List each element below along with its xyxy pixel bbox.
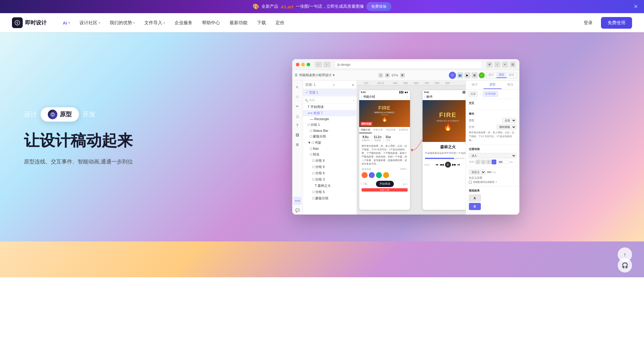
nav-item-import[interactable]: 文件导入 ▾: [140, 18, 169, 28]
layer-item-group1[interactable]: □ 分组 1: [303, 122, 357, 128]
back-icon[interactable]: ‹: [361, 95, 362, 99]
nav-item-advantages[interactable]: 我们的优势 ▾: [105, 18, 139, 28]
nav-item-ai[interactable]: Ai ▾: [59, 18, 74, 28]
layer-item-status-bar[interactable]: □ Status Bar: [303, 128, 357, 133]
grid-icon[interactable]: ⊞: [472, 72, 478, 78]
comment-tool[interactable]: 💬: [293, 206, 302, 215]
users-icon[interactable]: 👥: [457, 72, 463, 78]
cursor-tool[interactable]: ↖: [293, 83, 302, 91]
plus-icon[interactable]: +: [502, 62, 508, 68]
hamburger-icon[interactable]: ☰: [295, 73, 298, 77]
url-bar[interactable]: jk.design: [335, 61, 482, 68]
design-tab[interactable]: 设计: [466, 81, 484, 89]
banner-close-button[interactable]: ✕: [634, 3, 638, 10]
dir-up[interactable]: ↑: [486, 160, 491, 164]
tab-works[interactable]: 作品书库: [385, 127, 397, 133]
transition-type-select[interactable]: 淡入: [469, 153, 516, 158]
tab-reviews[interactable]: 全部评论: [397, 127, 410, 133]
nav-forward-button[interactable]: ›: [323, 62, 331, 68]
start-reading-button[interactable]: 开始阅读: [376, 181, 394, 187]
headphone-button[interactable]: 🎧: [618, 258, 632, 273]
layer-item-mask-group1[interactable]: □ 蒙版分组: [303, 133, 357, 140]
click-trigger[interactable]: 点击: [468, 91, 478, 97]
nav-back-button[interactable]: ‹: [315, 62, 322, 68]
layer-item-forest-fire[interactable]: T 森林之火: [303, 183, 357, 189]
layer-item-bookshelf[interactable]: ▼ □ 书架: [303, 140, 357, 146]
layer-item-nav[interactable]: □ Nav: [303, 146, 357, 151]
minimize-dot[interactable]: [301, 63, 305, 66]
user-avatar[interactable]: U: [449, 72, 456, 79]
layer-item-group5[interactable]: □ 分组 5: [303, 189, 357, 195]
nav-item-enterprise[interactable]: 企业服务: [170, 18, 197, 28]
layer-item-group6-3[interactable]: □ 分组 6: [303, 170, 357, 176]
forward-icon[interactable]: ▶▶: [452, 163, 456, 166]
login-button[interactable]: 登录: [579, 18, 597, 28]
prototype-tool[interactable]: ⟺: [293, 197, 302, 205]
custom-settings-select[interactable]: 自定义: [469, 169, 486, 175]
share-icon[interactable]: ↑: [494, 62, 500, 68]
window-icon[interactable]: ⊡: [510, 62, 516, 68]
nav-item-pricing[interactable]: 定价: [271, 18, 289, 28]
page-item-1[interactable]: ✓ 页面 1: [303, 89, 357, 96]
dropdown-arrow-icon[interactable]: ▾: [333, 73, 335, 77]
logo[interactable]: 即时设计: [12, 17, 47, 28]
tab-author[interactable]: 作家文章: [372, 127, 385, 133]
back-icon-2[interactable]: ‹: [424, 95, 425, 99]
layer-item-group3[interactable]: □ 分组 3: [303, 176, 357, 183]
duration-input[interactable]: [498, 160, 508, 164]
search-placeholder[interactable]: 搜索...: [309, 98, 317, 102]
tab-book-intro[interactable]: 书籍介绍: [359, 127, 372, 133]
tab-design[interactable]: 设计: [486, 72, 496, 78]
layer-item-start-reading[interactable]: T 开始阅读: [303, 104, 357, 110]
add-page-button[interactable]: +: [333, 83, 335, 87]
dir-up-active[interactable]: ↑: [492, 160, 496, 164]
more-options-icon[interactable]: ≡: [352, 83, 354, 87]
tab-annotation[interactable]: 标注: [507, 72, 517, 78]
image-tool[interactable]: 🖼: [293, 131, 302, 139]
smart-match-checkbox[interactable]: [469, 181, 472, 184]
layers-icon[interactable]: ⊞: [400, 73, 405, 78]
event-action-select[interactable]: 跳转面板: [497, 124, 516, 130]
layer-item-mask-group2[interactable]: □ 蒙版分组: [303, 195, 357, 201]
pause-button[interactable]: ⏸: [445, 162, 451, 168]
diamond-icon[interactable]: ◇: [378, 73, 383, 78]
close-dot[interactable]: [296, 63, 299, 66]
nav-item-download[interactable]: 下载: [253, 18, 270, 28]
component-tool[interactable]: ⊞: [293, 140, 302, 149]
tab-prototype[interactable]: 原型: [496, 72, 507, 78]
dir-right[interactable]: →: [481, 160, 486, 164]
refresh-icon[interactable]: ↺: [487, 62, 492, 68]
next-icon[interactable]: ⏭: [458, 163, 460, 166]
layer-item-rect7[interactable]: ⟺ 矩形 7: [303, 110, 357, 116]
shape-tool[interactable]: △: [293, 112, 302, 120]
frame-tool[interactable]: □: [293, 93, 302, 101]
help-icon[interactable]: ?: [496, 181, 497, 183]
effect-box-b[interactable]: B: [469, 203, 481, 210]
layer-item-group6-1[interactable]: □ 分组 6: [303, 157, 357, 164]
banner-cta-button[interactable]: 免费体验: [366, 2, 391, 11]
prototype-tab[interactable]: 原型: [484, 81, 501, 89]
prev-icon[interactable]: ⏮: [436, 163, 438, 166]
dir-left[interactable]: ←: [475, 160, 480, 164]
layer-item-juda[interactable]: □ 桔达: [303, 151, 357, 157]
nav-item-help[interactable]: 帮助中心: [198, 18, 224, 28]
rewind-icon[interactable]: ◀◀: [440, 163, 444, 166]
zoom-level[interactable]: 67%: [391, 74, 398, 77]
layer-item-group6-2[interactable]: □ 分组 6: [303, 164, 357, 170]
pen-tool[interactable]: ✏: [293, 102, 302, 111]
text-tool[interactable]: T: [293, 121, 302, 130]
share-icon-phone[interactable]: ↑: [407, 95, 408, 98]
effect-box-a[interactable]: A: [469, 195, 481, 202]
maximize-dot[interactable]: [307, 63, 310, 66]
expand-icon[interactable]: ⊞: [385, 73, 390, 78]
nav-item-new-features[interactable]: 最新功能: [225, 18, 252, 28]
filter-icon[interactable]: ≡: [353, 99, 354, 102]
text-content-target[interactable]: 文字内容: [483, 91, 498, 97]
free-use-button[interactable]: 免费使用: [601, 17, 632, 29]
download-icon[interactable]: ↓ 7后: [361, 182, 367, 186]
canvas-area[interactable]: 123 241.5 400 500 600 700 800 900: [357, 81, 466, 215]
event-type-select[interactable]: 点击: [502, 118, 516, 123]
annotation-tab[interactable]: 标注: [501, 81, 519, 89]
play-icon[interactable]: ▶: [464, 72, 470, 78]
nav-item-design-community[interactable]: 设计社区 ▾: [75, 18, 104, 28]
